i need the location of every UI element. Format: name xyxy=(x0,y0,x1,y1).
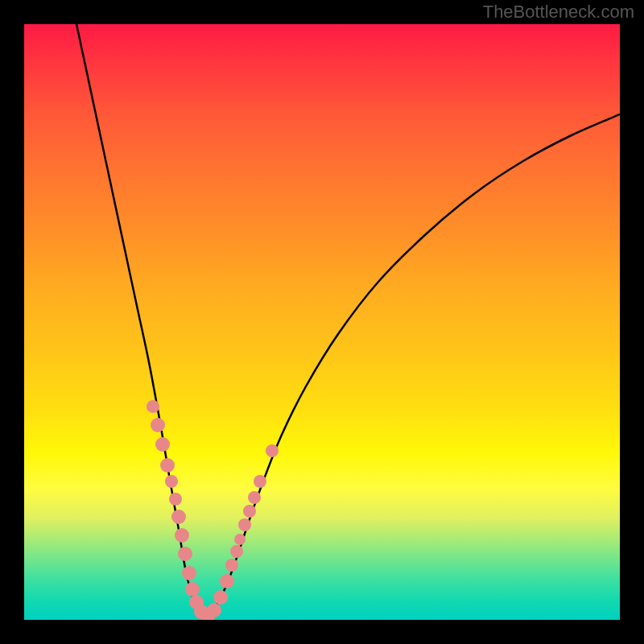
data-marker xyxy=(155,437,170,452)
data-marker xyxy=(147,400,159,413)
data-marker xyxy=(151,418,165,432)
data-marker xyxy=(171,510,186,524)
data-marker xyxy=(234,534,246,545)
data-marker xyxy=(266,444,279,457)
watermark-text: TheBottleneck.com xyxy=(483,2,634,23)
data-marker xyxy=(225,559,238,572)
data-marker xyxy=(248,491,261,504)
data-marker xyxy=(207,603,221,617)
data-marker xyxy=(243,505,256,518)
curve-left-branch xyxy=(76,24,205,617)
data-marker xyxy=(182,566,196,580)
data-points xyxy=(147,400,279,620)
data-marker xyxy=(230,545,243,558)
data-marker xyxy=(160,458,175,473)
data-marker xyxy=(213,590,228,605)
data-marker xyxy=(220,574,234,588)
chart-plot-area xyxy=(24,24,620,620)
data-marker xyxy=(238,518,251,531)
data-marker xyxy=(169,493,182,506)
data-marker xyxy=(165,475,178,488)
curve-right-branch xyxy=(205,114,620,617)
data-marker xyxy=(254,475,266,488)
data-marker xyxy=(175,528,189,543)
data-marker xyxy=(185,582,200,597)
chart-svg xyxy=(24,24,620,620)
data-marker xyxy=(178,547,192,561)
